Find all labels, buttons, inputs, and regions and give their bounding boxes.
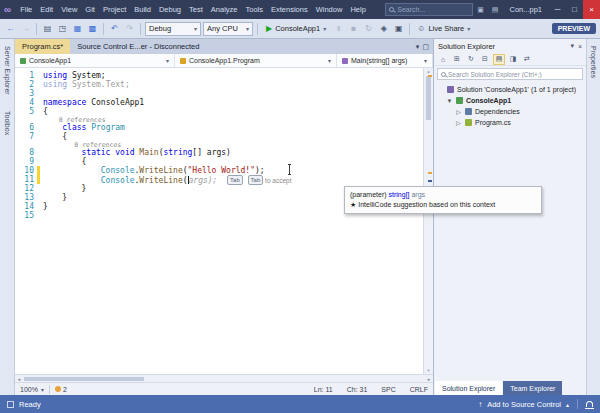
refresh-icon[interactable]: ↻ — [465, 54, 477, 65]
menu-item-project[interactable]: Project — [99, 3, 130, 16]
rail-tab-server-explorer[interactable]: Server Explorer — [3, 42, 12, 99]
code-line[interactable]: 5{ — [15, 107, 433, 116]
scroll-up-icon[interactable]: ▴ — [424, 68, 433, 75]
minimize-button[interactable]: ─ — [549, 0, 566, 19]
global-search-box[interactable] — [385, 3, 473, 16]
solution-platforms-dropdown[interactable]: Any CPU ▾ — [203, 22, 253, 36]
command-window-icon[interactable]: ▣ — [392, 22, 405, 36]
background-tasks-icon[interactable] — [7, 401, 14, 408]
expander-icon[interactable]: ▷ — [455, 108, 462, 115]
sync-active-document-icon[interactable]: ⇄ — [521, 54, 533, 65]
float-window-icon[interactable]: ▢ — [422, 43, 429, 51]
code-token: ); — [255, 166, 265, 175]
menu-item-test[interactable]: Test — [185, 3, 207, 16]
panel-tab-team-explorer[interactable]: Team Explorer — [503, 381, 562, 395]
open-file-icon[interactable]: ◳ — [56, 22, 69, 36]
tree-item-solution-consoleapp1-1-of-1-project[interactable]: Solution 'ConsoleApp1' (1 of 1 project) — [434, 84, 586, 95]
breadcrumb-item-main-string-args[interactable]: Main(string[] args)▾ — [337, 54, 433, 67]
menu-item-window[interactable]: Window — [312, 3, 347, 16]
menu-item-build[interactable]: Build — [130, 3, 155, 16]
properties-icon[interactable]: ◨ — [507, 54, 519, 65]
add-to-source-control-button[interactable]: Add to Source Control — [487, 400, 561, 409]
codelens-row[interactable]: 0 references — [15, 141, 433, 148]
menu-item-file[interactable]: File — [16, 3, 36, 16]
close-button[interactable]: × — [583, 0, 600, 19]
restart-icon[interactable]: ↻ — [362, 22, 375, 36]
home-icon[interactable]: ⌂ — [437, 54, 449, 65]
code-line[interactable]: 8 static void Main(string[] args) — [15, 148, 433, 157]
code-line[interactable]: 2using System.Text; — [15, 80, 433, 89]
active-files-dropdown-icon[interactable]: ▾ — [416, 43, 420, 51]
chevron-up-icon[interactable]: ▴ — [566, 401, 569, 408]
menu-item-debug[interactable]: Debug — [155, 3, 185, 16]
code-line[interactable]: 6 class Program — [15, 123, 433, 132]
maximize-button[interactable]: □ — [566, 0, 583, 19]
spaces-indicator[interactable]: SPC — [381, 386, 395, 393]
tab-source-control-e-er-disconnected[interactable]: Source Control E...er - Disconnected — [70, 39, 206, 54]
breadcrumb-item-consoleapp1-program[interactable]: ConsoleApp1.Program▾ — [175, 54, 337, 67]
redo-icon[interactable]: ↷ — [123, 22, 136, 36]
scroll-right-icon[interactable]: ▸ — [425, 375, 433, 382]
code-editor[interactable]: 1using System;2using System.Text;34names… — [15, 68, 433, 374]
new-project-icon[interactable]: ▤ — [41, 22, 54, 36]
codelens-row[interactable]: 0 references — [15, 116, 433, 123]
document-health-indicator[interactable]: 2 — [55, 386, 67, 393]
navigate-back-icon[interactable]: ← — [4, 22, 17, 36]
expander-icon[interactable]: ▼ — [446, 98, 453, 104]
stop-icon[interactable]: ■ — [347, 22, 360, 36]
rail-tab-properties[interactable]: Properties — [589, 42, 598, 82]
code-line[interactable]: 7 { — [15, 132, 433, 141]
undo-icon[interactable]: ↶ — [108, 22, 121, 36]
menu-item-extensions[interactable]: Extensions — [267, 3, 312, 16]
global-search-input[interactable] — [397, 6, 469, 13]
code-line[interactable]: 11 Console.WriteLine(args); Tab Tab to a… — [15, 175, 433, 184]
vertical-scrollbar-thumb[interactable] — [426, 76, 431, 120]
code-line[interactable]: 9 { — [15, 157, 433, 166]
vertical-scrollbar[interactable]: ▴ ▾ — [423, 68, 433, 374]
collapse-all-icon[interactable]: ⊟ — [479, 54, 491, 65]
panel-tab-solution-explorer[interactable]: Solution Explorer — [435, 381, 502, 395]
code-line[interactable]: 1using System; — [15, 71, 433, 80]
line-ending-indicator[interactable]: CRLF — [410, 386, 428, 393]
horizontal-scrollbar-thumb[interactable] — [24, 377, 144, 381]
find-in-files-icon[interactable]: ◈ — [377, 22, 390, 36]
solution-configurations-dropdown[interactable]: Debug ▾ — [145, 22, 201, 36]
rail-tab-toolbox[interactable]: Toolbox — [3, 107, 12, 139]
tree-item-dependencies[interactable]: ▷Dependencies — [434, 106, 586, 117]
line-indicator[interactable]: Ln: 11 — [314, 386, 333, 393]
solution-search-input[interactable] — [448, 71, 579, 78]
pause-icon[interactable]: ‖ — [332, 22, 345, 36]
menu-item-analyze[interactable]: Analyze — [207, 3, 242, 16]
menu-item-git[interactable]: Git — [81, 3, 99, 16]
live-share-button[interactable]: ☺ Live Share ▾ — [414, 24, 473, 33]
feedback-icon[interactable]: ▣ — [473, 6, 488, 14]
show-all-files-icon[interactable]: ▤ — [493, 54, 505, 65]
menu-item-tools[interactable]: Tools — [241, 3, 267, 16]
column-indicator[interactable]: Ch: 31 — [347, 386, 368, 393]
filter-icon[interactable]: ⊞ — [451, 54, 463, 65]
breadcrumb-item-consoleapp1[interactable]: ConsoleApp1▾ — [15, 54, 175, 67]
close-icon[interactable]: × — [578, 43, 582, 50]
code-line[interactable]: 3 — [15, 89, 433, 98]
menu-item-view[interactable]: View — [57, 3, 81, 16]
start-debugging-button[interactable]: ▶ ConsoleApp1 ▾ — [262, 22, 330, 36]
code-line[interactable]: 10 Console.WriteLine("Hello World!"); — [15, 166, 433, 175]
expander-icon[interactable]: ▷ — [455, 119, 462, 126]
chevron-down-icon[interactable]: ▾ — [570, 42, 574, 50]
tab-program-cs[interactable]: Program.cs* — [15, 39, 70, 54]
zoom-control[interactable]: 100% ▾ — [20, 386, 44, 393]
notifications-icon[interactable]: ▤ — [488, 6, 503, 14]
notifications-bell-icon[interactable] — [586, 401, 593, 407]
tree-item-program-cs[interactable]: ▷Program.cs — [434, 117, 586, 128]
navigate-forward-icon[interactable]: → — [19, 22, 32, 36]
menu-item-edit[interactable]: Edit — [36, 3, 57, 16]
solution-search-box[interactable] — [437, 68, 583, 80]
menu-item-help[interactable]: Help — [346, 3, 369, 16]
scroll-down-icon[interactable]: ▾ — [424, 367, 433, 374]
code-line[interactable]: 4namespace ConsoleApp1 — [15, 98, 433, 107]
save-all-icon[interactable]: ▩ — [86, 22, 99, 36]
tree-item-consoleapp1[interactable]: ▼ConsoleApp1 — [434, 95, 586, 106]
scroll-left-icon[interactable]: ◂ — [15, 375, 23, 382]
horizontal-scrollbar[interactable]: ◂ ▸ — [15, 374, 433, 382]
save-icon[interactable]: ▦ — [71, 22, 84, 36]
